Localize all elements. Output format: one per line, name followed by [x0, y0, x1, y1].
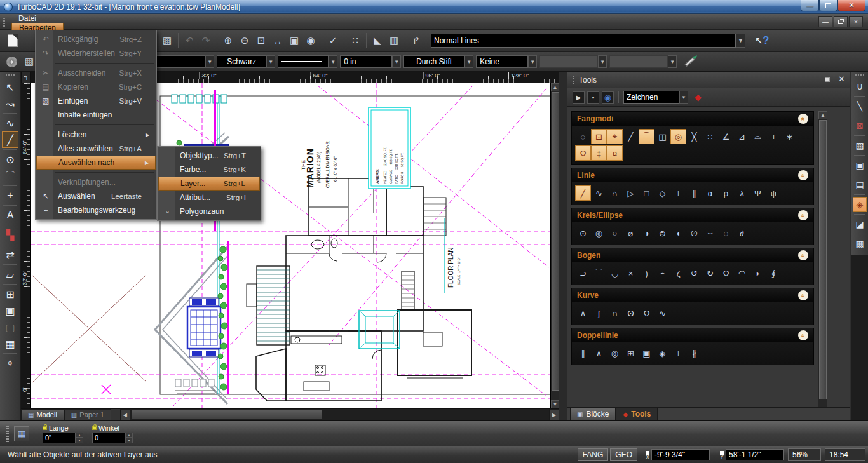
spin-down-icon[interactable]: ▼	[125, 438, 133, 443]
snap-midpoint[interactable]: ╱	[623, 129, 639, 144]
arc-cw[interactable]: ↻	[702, 265, 718, 281]
collapse-icon[interactable]: «	[798, 250, 808, 260]
close-button[interactable]: ✕	[837, 0, 865, 11]
line-irregular-polygon[interactable]: ▷	[623, 185, 639, 201]
double-perpendicular[interactable]: ⊥	[670, 346, 686, 361]
arc-half[interactable]: ◠	[734, 265, 750, 281]
mdi-minimize-button[interactable]: —	[818, 16, 832, 27]
x-coordinate-field[interactable]: -9'-9 3/4"	[651, 449, 710, 460]
line-sketch[interactable]: ψ	[766, 185, 782, 201]
line-perpendicular[interactable]: ⊥	[670, 185, 686, 201]
chevron-down-icon[interactable]: ▼	[266, 55, 275, 68]
node-edit-tool[interactable]: ↝	[2, 95, 18, 112]
context-help-cursor-icon[interactable]: ↖?	[755, 35, 769, 46]
canvas-vertical-scrollbar[interactable]: ▲ ▼	[550, 83, 559, 408]
style-brush-icon[interactable]: ▨	[25, 56, 34, 67]
circle-concentric[interactable]: ◎	[591, 225, 607, 241]
fill-format-tool[interactable]: ▚	[2, 227, 18, 243]
minimize-button[interactable]: —	[801, 0, 819, 11]
line-tangent-point[interactable]: λ	[734, 185, 750, 201]
line-style-combo[interactable]: Normal Lines ▼	[431, 34, 736, 48]
hatch-select[interactable]: Keine ▼	[476, 55, 528, 68]
zoom-printed-size-button[interactable]: ◉	[303, 32, 318, 49]
arc-concentric[interactable]: ⌢	[654, 265, 670, 281]
collapse-icon[interactable]: «	[798, 330, 808, 340]
table-tool[interactable]: ▤	[853, 177, 867, 192]
menu-by-attribute[interactable]: Attribut... Strg+I	[158, 191, 260, 205]
selector-icon[interactable]: ▪	[587, 91, 599, 104]
arc-3point[interactable]: ⌒	[591, 265, 607, 281]
polyline-tool[interactable]: ∿	[2, 115, 18, 131]
arc-tangent[interactable]: ×	[623, 265, 639, 281]
ellipse-leaf[interactable]: ∂	[734, 225, 750, 241]
arc-ccw[interactable]: ↺	[686, 265, 702, 281]
snap-intersection[interactable]: ╳	[686, 129, 702, 144]
color-select[interactable]: Schwarz ▼	[217, 55, 266, 68]
text-tool[interactable]: A	[2, 207, 18, 224]
line-rotated-rectangle[interactable]: ◇	[654, 185, 670, 201]
snap-grid[interactable]: ∷	[702, 129, 718, 144]
line-polyline[interactable]: ∿	[591, 185, 607, 201]
insert-origin-tool[interactable]: ⌖	[2, 355, 18, 372]
snap-nearest[interactable]: ⌖	[607, 129, 623, 144]
chevron-down-icon[interactable]: ▼	[392, 55, 401, 68]
menu-by-polygon-fence[interactable]: ▫ Polygonzaun	[158, 205, 260, 218]
new-document-icon[interactable]	[8, 34, 18, 47]
double-polygon[interactable]: ◎	[607, 346, 623, 361]
scroll-up-icon[interactable]: ▲	[818, 111, 827, 119]
snap-arc-center[interactable]: ⌒	[639, 129, 654, 144]
collapse-icon[interactable]: «	[798, 114, 808, 124]
arc-circumference[interactable]: Ω	[718, 265, 734, 281]
zoom-window-button[interactable]: ⊡	[254, 32, 269, 49]
menu-delete[interactable]: Löschen	[36, 128, 156, 142]
palette-select[interactable]: Zeichnen ▼	[623, 91, 679, 104]
scroll-down-icon[interactable]: ▼	[551, 400, 559, 408]
menu-by-layer[interactable]: Layer... Strg+L	[158, 177, 260, 191]
y-coordinate-field[interactable]: 58'-1 1/2"	[726, 449, 784, 460]
line-single[interactable]: ╱	[575, 185, 591, 201]
restore-button[interactable]	[819, 0, 837, 11]
curve-freehand[interactable]: ∿	[654, 305, 670, 321]
vscroll-thumb[interactable]	[552, 92, 559, 391]
menu-redo[interactable]: ↷ Wiederherstellen Strg+Y	[36, 46, 156, 60]
collapse-icon[interactable]: «	[798, 170, 808, 180]
angle-input[interactable]: 0	[92, 433, 125, 443]
mdi-restore-button[interactable]	[834, 16, 848, 27]
pencil-icon[interactable]	[685, 57, 695, 67]
snap-caddy[interactable]: ⌓	[750, 129, 766, 144]
pick-style-button[interactable]: ↱	[409, 32, 424, 49]
menu-paste[interactable]: ▧ Einfügen Strg+V	[36, 94, 156, 108]
spell-check-button[interactable]: ✓	[325, 32, 341, 49]
curve-spiral[interactable]: ʘ	[623, 305, 639, 321]
ellipse-fixed-ratio[interactable]: ∅	[686, 225, 702, 241]
undo-button[interactable]: ↶	[182, 32, 197, 49]
snap-quadrant[interactable]: ◫	[654, 129, 670, 144]
scroll-right-icon[interactable]: ▶	[549, 409, 559, 420]
snap-settings[interactable]: ¤	[607, 145, 623, 161]
double-line[interactable]: ∥	[575, 346, 591, 361]
chevron-down-icon[interactable]: ▼	[465, 55, 473, 68]
tab-paper1[interactable]: ▥ Paper 1	[64, 409, 111, 420]
coordinate-table-icon[interactable]: ▦	[14, 426, 29, 441]
merge-shapes-tool[interactable]: ◈	[853, 197, 867, 212]
chevron-down-icon[interactable]: ▼	[205, 55, 214, 68]
tab-modell[interactable]: ▦ Modell	[21, 409, 64, 420]
menu-cut[interactable]: ✂ Ausschneiden Strg+X	[36, 66, 156, 80]
arc-tangent-curve[interactable]: ζ	[670, 265, 686, 281]
arc-quarter[interactable]: ◗	[750, 265, 766, 281]
line-tool[interactable]: ╱	[2, 131, 18, 148]
tab-bloecke[interactable]: ▣ Blöcke	[570, 408, 616, 420]
menu-select-by[interactable]: Auswählen nach	[36, 156, 156, 170]
arc-sketch[interactable]: ∮	[766, 265, 782, 281]
arc-tool[interactable]: ⌒	[2, 168, 18, 184]
snap-aperture[interactable]: ‡	[591, 145, 607, 161]
format-painter-button[interactable]: ▨	[159, 32, 175, 49]
length-input[interactable]: 0"	[43, 433, 76, 443]
ellipse-rotated[interactable]: ◖	[670, 225, 686, 241]
menu-links[interactable]: Verknüpfungen...	[36, 175, 156, 189]
select-tool[interactable]: ↖	[2, 79, 18, 95]
group-edit-tool[interactable]: ▩	[853, 236, 867, 252]
group-tool[interactable]: ▣	[2, 302, 18, 319]
snap-toggle-button[interactable]: FANG	[578, 448, 609, 461]
snap-one-point[interactable]: +	[766, 129, 782, 144]
